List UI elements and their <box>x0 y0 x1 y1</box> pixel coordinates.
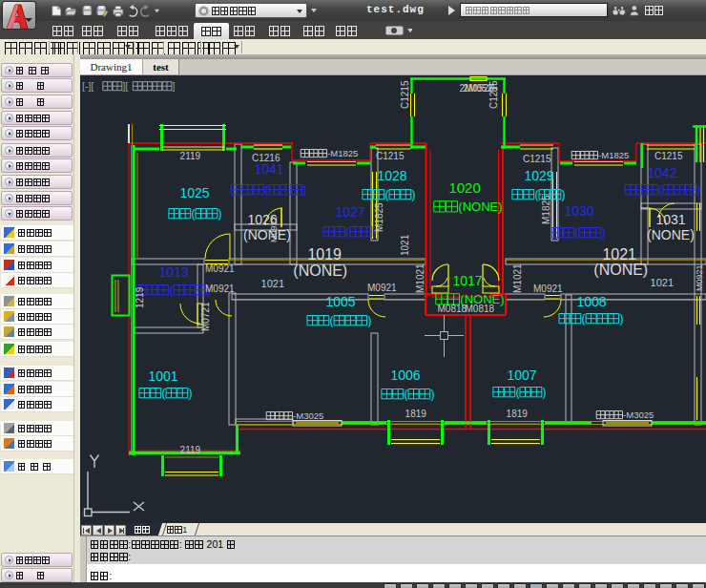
svg-text:[-][: [-][ <box>82 80 93 92</box>
svg-text:(: ( <box>658 183 662 197</box>
svg-text:1030: 1030 <box>564 203 593 219</box>
svg-text:C1215: C1215 <box>376 151 405 161</box>
svg-text:(: ( <box>404 388 407 401</box>
svg-text:): ) <box>367 314 371 327</box>
svg-text:(: ( <box>534 188 538 201</box>
svg-text:1005: 1005 <box>325 294 355 309</box>
svg-text:1017: 1017 <box>452 273 482 288</box>
svg-text:M0921: M0921 <box>367 283 397 293</box>
svg-text:1219: 1219 <box>135 286 145 308</box>
svg-text:1042: 1042 <box>647 165 676 180</box>
svg-text:M1825: M1825 <box>541 195 551 224</box>
svg-text:C1216: C1216 <box>252 153 280 163</box>
svg-text:): ) <box>619 312 623 326</box>
svg-text:(NONE): (NONE) <box>243 227 291 242</box>
svg-text:(: ( <box>384 188 388 201</box>
svg-text:(: ( <box>515 386 519 399</box>
svg-text:1013: 1013 <box>158 264 188 280</box>
svg-text:1021: 1021 <box>400 234 410 256</box>
svg-text:][: ][ <box>122 80 128 92</box>
svg-text:M0721: M0721 <box>200 302 211 331</box>
svg-text:): ) <box>218 207 222 220</box>
svg-text:): ) <box>562 188 566 201</box>
svg-text:(: ( <box>264 183 268 197</box>
svg-text:1021: 1021 <box>261 278 284 289</box>
svg-text:1028: 1028 <box>377 168 406 183</box>
svg-text:): ) <box>696 183 700 197</box>
svg-text:M1021: M1021 <box>415 263 426 293</box>
svg-text:M0921: M0921 <box>205 263 235 274</box>
svg-text:(NONE): (NONE) <box>458 200 502 214</box>
svg-text:(: ( <box>191 207 195 220</box>
svg-text:(: ( <box>330 314 334 327</box>
svg-text:(: ( <box>161 387 165 400</box>
svg-text:(NONE): (NONE) <box>647 227 695 242</box>
svg-text:M0818: M0818 <box>438 304 467 314</box>
svg-text:1021: 1021 <box>602 246 636 262</box>
svg-text:(: ( <box>169 284 173 297</box>
svg-text:(NONE): (NONE) <box>293 262 347 279</box>
svg-text:1041: 1041 <box>254 161 283 177</box>
svg-text:): ) <box>602 226 606 240</box>
svg-text:-M3025: -M3025 <box>293 410 323 421</box>
svg-text:1031: 1031 <box>655 212 685 227</box>
svg-text:M0921: M0921 <box>533 284 563 294</box>
svg-text:M1825: M1825 <box>374 202 384 232</box>
svg-text:-M1825: -M1825 <box>598 150 629 160</box>
svg-text:1019: 1019 <box>307 246 342 262</box>
svg-text:): ) <box>543 386 547 399</box>
svg-text:M0922: M0922 <box>269 216 279 242</box>
svg-text:C1215: C1215 <box>654 151 683 161</box>
svg-text:1007: 1007 <box>507 368 536 383</box>
svg-text:M0818: M0818 <box>466 304 495 314</box>
svg-text:): ) <box>189 387 193 400</box>
svg-text:2119: 2119 <box>180 445 201 455</box>
svg-text:(: ( <box>574 226 578 240</box>
svg-text:-M1825: -M1825 <box>327 148 358 158</box>
svg-text:1819: 1819 <box>507 409 529 419</box>
svg-text:C1215: C1215 <box>523 154 551 164</box>
svg-text:M0921: M0921 <box>695 264 704 291</box>
svg-text:M1021: M1021 <box>512 263 523 293</box>
svg-text:-M3025: -M3025 <box>623 410 654 420</box>
svg-text:1006: 1006 <box>390 368 420 383</box>
svg-text:M0921: M0921 <box>205 284 235 294</box>
svg-text:): ) <box>431 388 435 401</box>
svg-text:1001: 1001 <box>148 368 177 384</box>
svg-text:1021: 1021 <box>651 277 674 288</box>
svg-text:1819: 1819 <box>405 409 427 419</box>
svg-text:1008: 1008 <box>576 294 606 309</box>
svg-text:(NONE): (NONE) <box>593 262 648 278</box>
svg-text:1029: 1029 <box>524 168 553 183</box>
svg-text:1027: 1027 <box>335 204 364 220</box>
svg-text:(: ( <box>582 312 586 326</box>
svg-text:): ) <box>302 183 306 197</box>
svg-text:C1215: C1215 <box>400 80 410 109</box>
svg-text:1020: 1020 <box>448 179 480 196</box>
svg-text:]: ] <box>173 80 176 92</box>
svg-text:(: ( <box>345 225 349 239</box>
svg-text:C1215: C1215 <box>488 80 499 109</box>
svg-text:1025: 1025 <box>179 185 209 200</box>
svg-text:2119: 2119 <box>180 151 201 161</box>
svg-text:): ) <box>412 188 416 201</box>
